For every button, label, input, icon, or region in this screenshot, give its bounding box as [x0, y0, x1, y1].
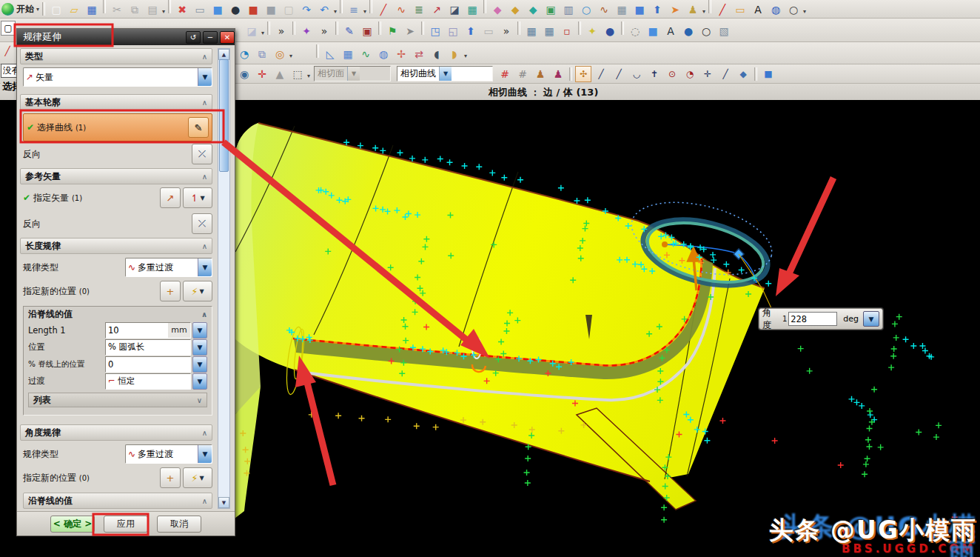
ring-icon[interactable]: ◌	[627, 24, 643, 39]
circle-tool-icon[interactable]: ○	[578, 2, 594, 17]
add-point-icon[interactable]: ✛	[254, 67, 270, 81]
dialog-scrollbar[interactable]: ▲ ▼	[218, 48, 230, 509]
task-list-icon[interactable]: ≡	[346, 2, 362, 17]
magnifier-icon[interactable]: ○	[785, 2, 802, 17]
cyl-arrow-icon[interactable]: ◎	[272, 47, 288, 61]
cross-gray-icon[interactable]: #	[514, 67, 531, 81]
flip-icon[interactable]: ⇄	[411, 47, 427, 61]
list-collapse-bar[interactable]: 列表∨	[28, 393, 207, 407]
reverse-direction-icon[interactable]: ⤫	[192, 213, 212, 234]
view-cube-icon[interactable]: ■	[645, 24, 661, 39]
combo-arrow-icon[interactable]: ▼	[198, 259, 212, 276]
snap-line-icon[interactable]: ╱	[717, 66, 734, 82]
marquee-icon[interactable]: ⬚	[289, 67, 306, 81]
snap-multi-icon[interactable]: ✣	[575, 66, 591, 82]
pull-face-icon[interactable]: ⬆	[463, 24, 479, 39]
copy-face-icon[interactable]: ◱	[445, 24, 461, 39]
overflow-arrow-icon[interactable]: ▾	[289, 53, 292, 59]
overflow-arrow-icon[interactable]: ▾	[464, 53, 467, 59]
save-icon[interactable]: ▦	[84, 2, 100, 17]
render-sphere-icon[interactable]: ●	[227, 2, 244, 17]
overflow-arrow-icon[interactable]: ▾	[162, 8, 165, 15]
pct-field[interactable]: 0	[105, 356, 191, 373]
overflow-arrow-icon[interactable]: ▾	[261, 30, 264, 36]
table2-icon[interactable]: ▦	[541, 24, 557, 39]
open-folder-icon[interactable]: ▱	[66, 2, 82, 17]
sheet-fold-icon[interactable]: ◪	[244, 24, 260, 39]
search-icon[interactable]: ○	[698, 24, 714, 39]
overflow-arrow-icon[interactable]: ▾	[803, 8, 806, 15]
length1-field[interactable]: 10 mm	[105, 322, 191, 338]
datum-plane-icon[interactable]: ◪	[446, 2, 463, 17]
snap-center-icon[interactable]: ⊙	[664, 66, 680, 82]
globe-icon[interactable]: ◍	[768, 2, 784, 17]
snap-face-icon[interactable]: ◆	[735, 66, 751, 82]
select-curve-row[interactable]: ✔ 选择曲线 (1) ✎	[23, 113, 212, 141]
a-chip-icon[interactable]: A	[662, 24, 679, 39]
up-arrow-icon[interactable]: ⬆	[649, 2, 665, 17]
reverse-direction-icon[interactable]: ⤫	[192, 144, 212, 164]
sew-icon[interactable]: ✢	[393, 47, 409, 61]
roll-surface-icon[interactable]: ◗	[446, 47, 463, 61]
field-arrow-icon[interactable]: ▼	[192, 356, 207, 373]
person-a-icon[interactable]: ♟	[532, 67, 548, 81]
apply-button[interactable]: 应用	[104, 516, 148, 533]
pink-chip-icon[interactable]: ◆	[489, 2, 506, 17]
mirror-pages-icon[interactable]: ⧉	[254, 47, 270, 61]
select-cursor-icon[interactable]: ➤	[402, 24, 418, 39]
move-face-icon[interactable]: ◳	[427, 24, 443, 39]
nx-logo-icon[interactable]	[1, 3, 14, 16]
vector-tool-icon[interactable]: ↗	[429, 2, 445, 17]
wcs-cube-icon[interactable]: ■	[760, 66, 776, 82]
gray-cube-icon[interactable]: ■	[263, 2, 279, 17]
group-length-law[interactable]: 长度规律∧	[20, 238, 212, 254]
print-icon[interactable]: ▭	[192, 2, 208, 17]
snap-mid-icon[interactable]: ╱	[611, 66, 627, 82]
small-box-icon[interactable]: ▭	[480, 24, 497, 39]
snap-pole-icon[interactable]: ✝	[646, 66, 662, 82]
compass-icon[interactable]: ◉	[236, 67, 252, 81]
combo-arrow-icon[interactable]: ▼	[192, 373, 207, 390]
cut-icon[interactable]: ✂	[109, 2, 125, 17]
hand-icon[interactable]: ▲	[272, 67, 288, 81]
overflow-arrow-icon[interactable]: ▾	[363, 8, 366, 15]
vector-dialog-icon[interactable]: ↗	[160, 187, 181, 208]
shaded-view-icon[interactable]: ■	[209, 2, 226, 17]
sphere-icon[interactable]: ●	[602, 24, 618, 39]
angle-law-type-combo[interactable]: ∿ 多重过渡 ▼	[125, 444, 212, 464]
combo-arrow-icon[interactable]: ▼	[439, 67, 452, 81]
length-law-type-combo[interactable]: ∿ 多重过渡 ▼	[125, 258, 212, 277]
material-icon[interactable]: ■	[245, 2, 261, 17]
teal-chip-icon[interactable]: ▦	[464, 2, 480, 17]
team-icon[interactable]: ▥	[560, 2, 577, 17]
scroll-down-icon[interactable]: ▼	[218, 497, 229, 508]
flag-icon[interactable]: ⚑	[384, 24, 400, 39]
sketch-line-icon[interactable]: ╱	[375, 2, 392, 17]
overflow-icon[interactable]: »	[498, 24, 514, 39]
overflow-arrow-icon[interactable]: ▾	[307, 73, 310, 79]
copy-icon[interactable]: ⧉	[127, 3, 143, 18]
reset-button[interactable]: ↺	[186, 31, 201, 44]
paste-icon[interactable]: ▤	[144, 2, 161, 17]
orange-arrow-icon[interactable]: ➤	[667, 2, 683, 17]
note-page-icon[interactable]: ▢	[1, 21, 16, 36]
snap-quad-icon[interactable]: ◔	[682, 66, 698, 82]
transition-combo[interactable]: ⌐ 恒定	[105, 373, 191, 390]
dialog-titlebar[interactable]: 规律延伸 ↺ − ✕	[17, 29, 235, 45]
measure-icon[interactable]: ╱	[714, 2, 731, 17]
scrollbar-thumb[interactable]	[219, 59, 229, 172]
combo-arrow-icon[interactable]: ▼	[198, 445, 212, 463]
part-tree-icon[interactable]: ≣	[411, 2, 427, 17]
snap-end-icon[interactable]: ╱	[593, 66, 609, 82]
angle-input[interactable]	[788, 312, 837, 326]
main-surface[interactable]	[235, 123, 765, 481]
blue-cube-icon[interactable]: ■	[631, 2, 648, 17]
inferred-point-icon[interactable]: ⚡▼	[183, 467, 212, 488]
point-dialog-icon[interactable]: +	[160, 467, 181, 488]
spine-values-header[interactable]: 沿脊线的值∧	[24, 307, 212, 321]
b-chip-icon[interactable]: ●	[680, 24, 697, 39]
table-icon[interactable]: ▦	[523, 24, 540, 39]
group-type[interactable]: 类型∧	[20, 48, 212, 64]
last-icon[interactable]: ▧	[716, 24, 732, 39]
ok-button[interactable]: < 确定 >	[50, 516, 95, 533]
